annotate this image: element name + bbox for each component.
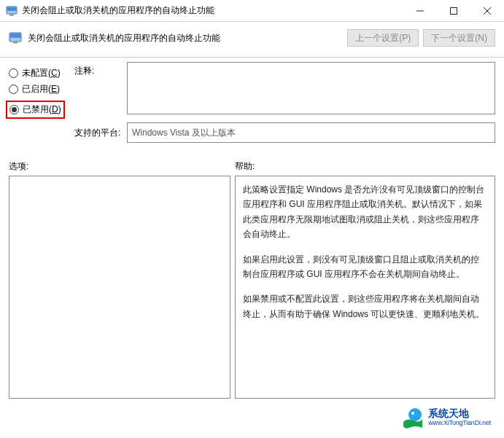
watermark: 系统天地 www.XiTongTianDi.net [400, 406, 491, 429]
config-area: 未配置(C) 已启用(E) 已禁用(D) 注释: 支持的平台: [0, 58, 504, 147]
watermark-en: www.XiTongTianDi.net [428, 420, 491, 427]
watermark-text: 系统天地 www.XiTongTianDi.net [428, 408, 491, 426]
minimize-button[interactable] [403, 0, 437, 21]
svg-point-11 [411, 412, 414, 415]
titlebar: 关闭会阻止或取消关机的应用程序的自动终止功能 [0, 0, 504, 22]
radio-group: 未配置(C) 已启用(E) 已禁用(D) [9, 62, 74, 143]
field-column [127, 62, 495, 143]
radio-enabled[interactable]: 已启用(E) [9, 83, 74, 95]
window-title: 关闭会阻止或取消关机的应用程序的自动终止功能 [22, 4, 403, 17]
platform-label: 支持的平台: [74, 127, 127, 139]
window-controls [403, 0, 504, 21]
policy-title: 关闭会阻止或取消关机的应用程序的自动终止功能 [28, 32, 343, 44]
label-column: 注释: 支持的平台: [74, 62, 127, 143]
help-paragraph: 此策略设置指定 Windows 是否允许没有可见顶级窗口的控制台应用程序和 GU… [243, 182, 487, 242]
radio-label: 未配置(C) [22, 67, 61, 79]
radio-not-configured[interactable]: 未配置(C) [9, 67, 74, 79]
watermark-logo-icon [400, 406, 424, 429]
lower-labels: 选项: 帮助: [0, 147, 504, 176]
help-panel: 此策略设置指定 Windows 是否允许没有可见顶级窗口的控制台应用程序和 GU… [235, 176, 495, 399]
radio-disabled[interactable]: 已禁用(D) [9, 103, 61, 116]
comment-input[interactable] [127, 62, 495, 114]
svg-rect-4 [451, 7, 457, 14]
help-label: 帮助: [235, 160, 255, 173]
svg-rect-1 [7, 7, 16, 11]
radio-indicator [9, 105, 19, 114]
radio-label: 已禁用(D) [23, 103, 61, 116]
policy-icon [9, 31, 22, 44]
watermark-cn: 系统天地 [428, 408, 491, 419]
options-label: 选项: [9, 160, 235, 173]
previous-setting-button[interactable]: 上一个设置(P) [347, 29, 419, 47]
close-button[interactable] [470, 0, 504, 21]
maximize-button[interactable] [437, 0, 470, 21]
highlight-annotation: 已禁用(D) [6, 101, 65, 119]
svg-rect-8 [10, 34, 20, 38]
next-setting-button[interactable]: 下一个设置(N) [423, 29, 495, 47]
radio-indicator [9, 85, 18, 94]
svg-rect-9 [13, 42, 18, 44]
app-icon [6, 5, 18, 17]
options-panel [9, 176, 230, 399]
svg-point-10 [408, 408, 422, 421]
svg-rect-2 [9, 15, 14, 16]
radio-label: 已启用(E) [22, 83, 60, 95]
supported-platform-field [127, 122, 495, 143]
header-row: 关闭会阻止或取消关机的应用程序的自动终止功能 上一个设置(P) 下一个设置(N) [0, 22, 504, 58]
radio-indicator [9, 69, 18, 78]
lower-area: 此策略设置指定 Windows 是否允许没有可见顶级窗口的控制台应用程序和 GU… [0, 176, 504, 407]
comment-label: 注释: [74, 65, 127, 77]
help-paragraph: 如果启用此设置，则没有可见顶级窗口且阻止或取消关机的控制台应用程序或 GUI 应… [243, 252, 487, 282]
help-paragraph: 如果禁用或不配置此设置，则这些应用程序将在关机期间自动终止，从而有助于确保 Wi… [243, 292, 487, 321]
